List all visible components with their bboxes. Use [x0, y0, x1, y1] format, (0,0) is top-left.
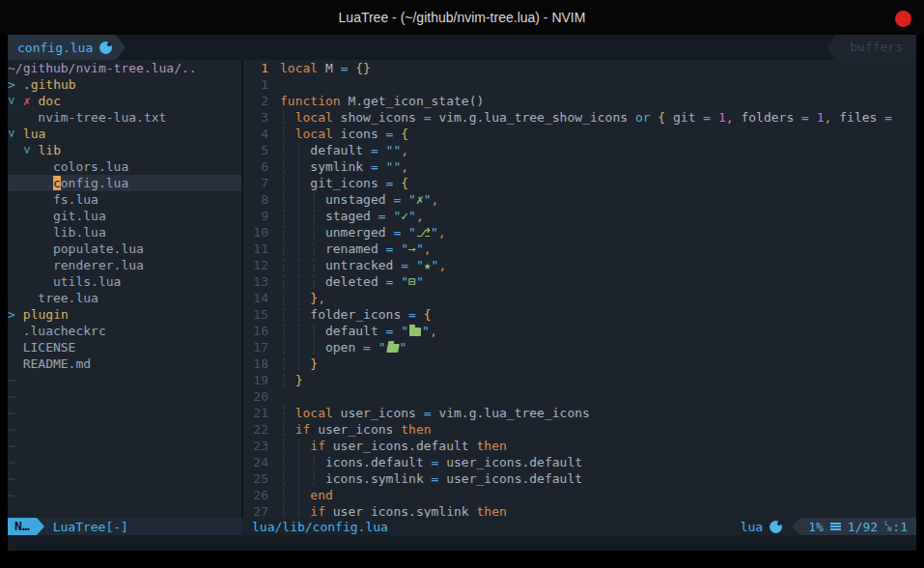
code-line[interactable]: 5┆ ┆ default = "",	[243, 142, 916, 158]
code-line[interactable]: 25┆ ┆ ┆ icons.symlink = user_icons.defau…	[243, 470, 916, 487]
close-button[interactable]	[895, 11, 911, 27]
scroll-percent: 1%	[808, 520, 824, 534]
code-line[interactable]: 27┆ ┆ if user_icons.symlink then	[243, 503, 916, 518]
code-line[interactable]: 14┆ ┆ },	[243, 290, 916, 306]
code-line[interactable]: 21┆ local user_icons = vim.g.lua_tree_ic…	[243, 405, 916, 421]
tab-config-lua[interactable]: config.lua	[8, 35, 116, 60]
tree-item-tree-lua[interactable]: tree.lua	[8, 290, 241, 306]
mode-indicator: N…	[8, 518, 37, 535]
tab-label: config.lua	[17, 41, 93, 55]
code-line[interactable]: 8┆ ┆ ┆ unstaged = "✗",	[243, 191, 916, 208]
code-token: icons.symlink	[325, 471, 432, 486]
code-token: untracked	[325, 258, 401, 272]
tree-item-readme-md[interactable]: README.md	[8, 355, 241, 372]
folder-open-icon	[386, 344, 400, 353]
tree-item-colors-lua[interactable]: colors.lua	[8, 158, 241, 175]
code-line[interactable]: 24┆ ┆ ┆ icons.default = user_icons.defau…	[243, 454, 916, 470]
code-line[interactable]: 1local M = {}	[243, 60, 916, 76]
code-token: end	[310, 488, 332, 502]
buffers-segment[interactable]: buffers	[826, 35, 916, 60]
line-number: 22	[243, 421, 280, 438]
code-line[interactable]: 2function M.get_icon_state()	[243, 93, 916, 109]
code-line[interactable]: 17┆ ┆ ┆ open = ""	[243, 339, 916, 355]
tree-item-renderer-lua[interactable]: renderer.lua	[8, 257, 241, 273]
tree-item-license[interactable]: LICENSE	[8, 339, 241, 355]
code-line[interactable]: 23┆ ┆ if user_icons.default then	[243, 438, 916, 454]
code-token: open	[325, 340, 363, 355]
line-number: 26	[243, 487, 280, 503]
code-line[interactable]: 20	[243, 388, 916, 405]
code-token: default	[310, 143, 371, 157]
code-line[interactable]: 18┆ ┆ }	[243, 355, 916, 372]
statusline-right-group: lua 1% 1/92 L N :1	[741, 518, 916, 535]
code-token: ,	[825, 110, 840, 125]
code-text	[280, 388, 916, 405]
code-line[interactable]: 13┆ ┆ ┆ deleted = "⊟"	[243, 273, 916, 290]
code-token: ┆ ┆	[280, 143, 310, 157]
tree-item-config-lua[interactable]: config.lua	[8, 175, 241, 191]
tree-item-lua[interactable]: > lua	[8, 126, 241, 142]
tree-root[interactable]: ~/github/nvim-tree.lua/..	[8, 60, 241, 76]
code-token: 1	[817, 110, 825, 125]
code-line[interactable]: 3┆ local show_icons = vim.g.lua_tree_sho…	[243, 109, 916, 126]
code-line[interactable]: 10┆ ┆ ┆ unmerged = "⎇",	[243, 224, 916, 241]
code-token: "	[408, 225, 416, 240]
code-token: if	[310, 439, 325, 453]
code-text: ┆ ┆ ┆ open = ""	[280, 339, 916, 355]
code-line[interactable]: 6┆ ┆ symlink = "",	[243, 158, 916, 175]
code-line[interactable]: 12┆ ┆ ┆ untracked = "★",	[243, 257, 916, 273]
code-line[interactable]: 16┆ ┆ ┆ default = "",	[243, 323, 916, 339]
code-line[interactable]: 22┆ if user_icons then	[243, 421, 916, 438]
code-token: then	[477, 439, 507, 453]
tree-item-lib[interactable]: > lib	[8, 142, 241, 158]
code-text: ┆ ┆ end	[280, 487, 916, 503]
code-token: user_icons.default	[446, 471, 582, 486]
code-token: =	[424, 406, 439, 420]
tree-item-github[interactable]: > .github	[8, 76, 241, 93]
code-token: "	[424, 192, 432, 207]
code-line[interactable]: 1	[243, 76, 916, 93]
code-token: then	[477, 504, 507, 518]
code-line[interactable]: 19┆ }	[243, 372, 916, 388]
code-token: =	[432, 471, 447, 486]
tree-item-plugin[interactable]: > plugin	[8, 306, 241, 323]
code-token: ┆ ┆	[280, 159, 310, 174]
code-line[interactable]: 11┆ ┆ ┆ renamed = "→",	[243, 241, 916, 257]
code-text: ┆ ┆ ┆ icons.symlink = user_icons.default	[280, 470, 916, 487]
code-token: =	[801, 110, 817, 125]
tree-item-nvim-tree-lua-txt[interactable]: nvim-tree-lua.txt	[8, 109, 241, 126]
line-number: 19	[243, 372, 280, 388]
code-token: =	[432, 455, 447, 469]
cursor-block: c	[53, 176, 61, 190]
code-line[interactable]: 15┆ ┆ folder_icons = {	[243, 306, 916, 323]
tree-item-populate-lua[interactable]: populate.lua	[8, 241, 241, 257]
line-number-icon: L N	[884, 521, 891, 532]
code-line[interactable]: 26┆ ┆ end	[243, 487, 916, 503]
code-token: "	[400, 340, 407, 355]
tree-item-luacheckrc[interactable]: .luacheckrc	[8, 323, 241, 339]
tree-item-lib-lua[interactable]: lib.lua	[8, 224, 241, 241]
statusline-filepath: lua/lib/config.lua	[252, 520, 388, 534]
code-line[interactable]: 4┆ local icons = {	[243, 126, 916, 142]
line-number: 13	[243, 273, 280, 290]
code-text: ┆ ┆ ┆ staged = "✓",	[280, 208, 916, 224]
line-number: 2	[243, 93, 280, 109]
git-untracked-icon: ★	[424, 258, 432, 272]
git-renamed-icon: →	[408, 241, 416, 256]
code-token: ,	[430, 324, 437, 338]
code-line[interactable]: 7┆ ┆ git_icons = {	[243, 175, 916, 191]
code-line[interactable]: 9┆ ┆ ┆ staged = "✓",	[243, 208, 916, 224]
terminal-area: config.lua buffers ~/github/nvim-tree.lu…	[8, 35, 916, 551]
command-line[interactable]	[8, 535, 916, 551]
tree-item-fs-lua[interactable]: fs.lua	[8, 191, 241, 208]
tree-item-utils-lua[interactable]: utils.lua	[8, 273, 241, 290]
code-token: ┆ ┆ ┆	[280, 241, 325, 256]
code-token: .luacheckrc	[8, 324, 106, 338]
code-token: M.get_icon_state()	[341, 94, 485, 108]
code-token: lua	[23, 127, 45, 141]
code-token: doc	[38, 94, 60, 108]
tree-item-git-lua[interactable]: git.lua	[8, 208, 241, 224]
tree-item-doc[interactable]: > ✗ doc	[8, 93, 241, 109]
code-token: ~	[8, 373, 15, 387]
code-token: =	[884, 110, 892, 125]
